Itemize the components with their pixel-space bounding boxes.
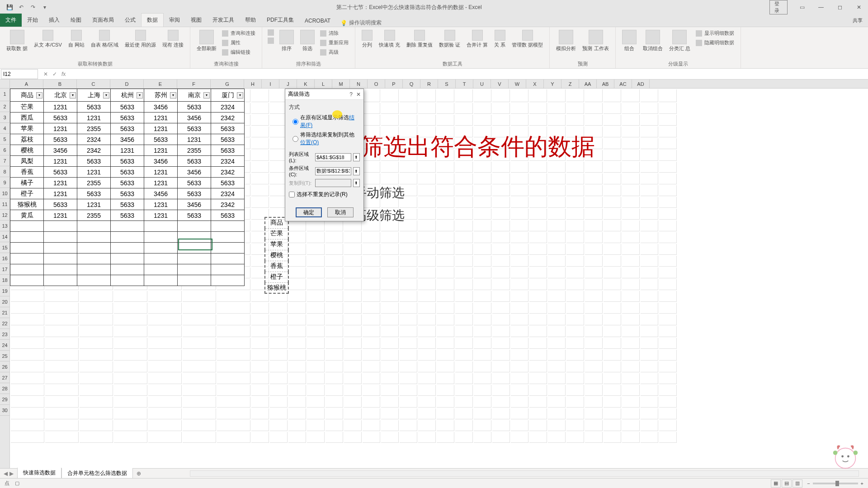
table-cell[interactable]: 樱桃 (10, 145, 44, 156)
table-cell[interactable]: 1231 (44, 102, 77, 113)
table-cell[interactable]: 5633 (211, 123, 245, 134)
table-cell[interactable]: 5633 (111, 102, 144, 113)
radio-filter-inplace[interactable]: 在原有区域显示筛选结果(F) (289, 113, 360, 130)
criteria-cell[interactable]: 香蕉 (265, 261, 288, 272)
table-cell[interactable]: 5633 (44, 113, 77, 123)
table-cell[interactable]: 5633 (178, 156, 211, 167)
table-cell[interactable]: 西瓜 (10, 113, 44, 123)
column-header[interactable]: Y (544, 80, 561, 88)
table-cell[interactable]: 2355 (77, 123, 111, 134)
table-cell[interactable]: 2342 (211, 167, 245, 178)
table-cell[interactable]: 2342 (211, 113, 245, 123)
table-cell[interactable]: 5633 (111, 178, 144, 188)
ungroup-button[interactable]: 取消组合 (641, 29, 665, 53)
remove-dup-button[interactable]: 删除 重复值 (405, 29, 434, 49)
column-header[interactable]: E (144, 80, 177, 88)
table-cell[interactable]: 5633 (144, 134, 178, 145)
unique-records-checkbox[interactable]: 选择不重复的记录(R) (289, 189, 360, 200)
column-header[interactable]: S (438, 80, 456, 88)
column-header[interactable]: N (350, 80, 368, 88)
table-cell[interactable]: 2355 (178, 145, 211, 156)
dialog-help-icon[interactable]: ? (349, 91, 353, 98)
whatif-button[interactable]: 模拟分析 (554, 29, 578, 53)
page-break-view-icon[interactable]: ▥ (793, 479, 802, 488)
from-csv-button[interactable]: 从文 本/CSV (32, 29, 64, 49)
table-cell[interactable]: 1231 (178, 134, 211, 145)
table-cell[interactable]: 2342 (211, 199, 245, 210)
table-cell[interactable]: 1231 (77, 199, 111, 210)
data-validation-button[interactable]: 数据验 证 (437, 29, 462, 49)
table-cell[interactable]: 5633 (111, 188, 144, 199)
row-header[interactable]: 11 (0, 199, 9, 210)
tab-draw[interactable]: 绘图 (65, 14, 87, 27)
column-header[interactable]: X (526, 80, 544, 88)
table-cell[interactable]: 1231 (144, 145, 178, 156)
row-header[interactable]: 10 (0, 188, 9, 199)
add-sheet-icon[interactable]: ⊕ (133, 470, 145, 477)
dialog-close-icon[interactable]: ✕ (356, 91, 361, 98)
fx-icon[interactable]: fx (60, 71, 67, 77)
table-cell[interactable]: 3456 (144, 156, 178, 167)
column-header[interactable]: A (10, 80, 43, 88)
table-cell[interactable]: 橙子 (10, 188, 44, 199)
table-cell[interactable]: 5633 (211, 145, 245, 156)
table-cell[interactable]: 1231 (44, 188, 77, 199)
save-icon[interactable]: 💾 (5, 3, 14, 11)
sheet-tab-1[interactable]: 快速筛选数据 (17, 468, 61, 479)
column-header[interactable]: Q (403, 80, 420, 88)
table-cell[interactable]: 1231 (44, 156, 77, 167)
row-header[interactable]: 12 (0, 210, 9, 221)
row-header[interactable]: 17 (0, 264, 9, 275)
row-header[interactable]: 19 (0, 286, 9, 296)
cells-area[interactable]: 商品▾北京▾上海▾杭州▾苏州▾南京▾厦门▾芒果12315633563334565… (10, 89, 868, 488)
table-cell[interactable]: 5633 (178, 123, 211, 134)
column-header[interactable]: J (279, 80, 297, 88)
subtotal-button[interactable]: 分类汇 总 (667, 29, 692, 53)
table-cell[interactable]: 2355 (77, 210, 111, 221)
row-header[interactable]: 14 (0, 231, 9, 242)
row-header[interactable]: 20 (0, 296, 9, 307)
row-header[interactable]: 7 (0, 155, 9, 166)
get-data-button[interactable]: 获取数 据 (5, 29, 29, 53)
column-header[interactable]: AA (579, 80, 597, 88)
row-header[interactable]: 27 (0, 372, 9, 383)
table-cell[interactable]: 5633 (44, 134, 77, 145)
table-cell[interactable]: 1231 (77, 113, 111, 123)
table-cell[interactable]: 5633 (178, 188, 211, 199)
filter-dropdown-icon[interactable]: ▾ (70, 92, 76, 99)
column-header[interactable]: M (332, 80, 350, 88)
table-cell[interactable]: 2324 (211, 156, 245, 167)
column-header[interactable]: D (110, 80, 144, 88)
sheet-nav-prev-icon[interactable]: ◀ (4, 470, 8, 477)
sort-desc-icon[interactable] (267, 37, 275, 44)
table-cell[interactable]: 香蕉 (10, 167, 44, 178)
row-header[interactable]: 9 (0, 177, 9, 188)
column-header[interactable]: C (77, 80, 110, 88)
tab-data[interactable]: 数据 (141, 13, 164, 27)
qat-more-icon[interactable]: ▾ (41, 3, 49, 11)
table-cell[interactable]: 1231 (144, 199, 178, 210)
tab-layout[interactable]: 页面布局 (87, 14, 119, 27)
table-cell[interactable]: 2324 (77, 134, 111, 145)
column-header[interactable]: Z (561, 80, 579, 88)
table-cell[interactable]: 1231 (144, 178, 178, 188)
criteria-cell[interactable]: 苹果 (265, 239, 288, 250)
clear-filter-button[interactable]: 清除 (319, 29, 350, 38)
table-cell[interactable]: 1231 (144, 210, 178, 221)
table-cell[interactable]: 1231 (144, 167, 178, 178)
column-header[interactable]: AD (632, 80, 650, 88)
column-header[interactable]: AC (614, 80, 632, 88)
table-cell[interactable]: 5633 (211, 210, 245, 221)
from-table-button[interactable]: 自表 格/区域 (89, 29, 120, 49)
row-header[interactable]: 15 (0, 242, 9, 253)
table-cell[interactable]: 5633 (178, 178, 211, 188)
table-cell[interactable]: 5633 (77, 102, 111, 113)
filter-dropdown-icon[interactable]: ▾ (203, 92, 210, 99)
zoom-in-icon[interactable]: + (861, 481, 863, 486)
row-header[interactable]: 29 (0, 394, 9, 405)
column-header[interactable]: B (43, 80, 77, 88)
filter-dropdown-icon[interactable]: ▾ (103, 92, 109, 99)
table-cell[interactable]: 5633 (111, 199, 144, 210)
criteria-cell[interactable]: 猕猴桃 (265, 282, 288, 293)
select-all-corner[interactable] (0, 80, 10, 88)
